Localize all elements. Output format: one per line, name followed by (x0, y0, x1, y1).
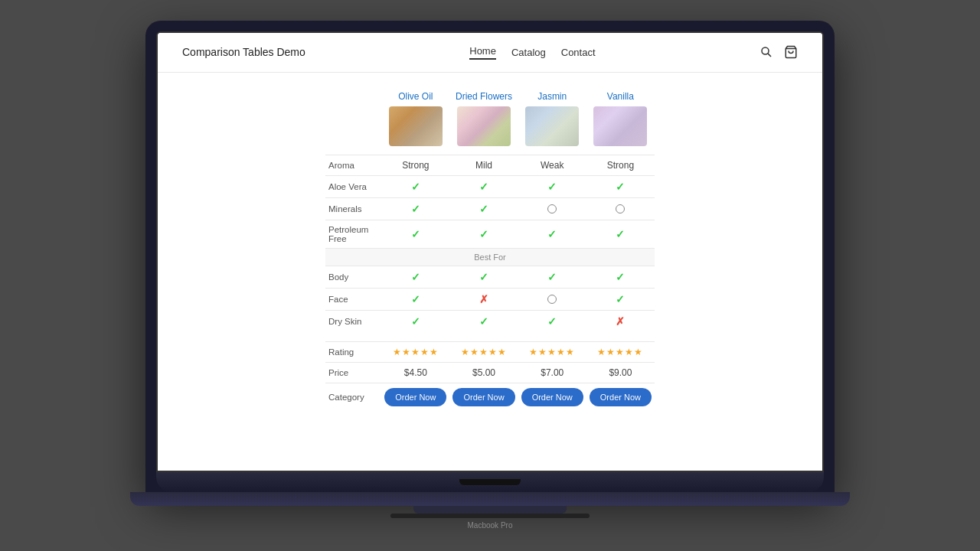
laptop-bottom-bar (156, 472, 824, 492)
check-icon: ✓ (616, 293, 625, 305)
price-3: $7.00 (518, 362, 586, 383)
check-icon: ✓ (479, 228, 488, 240)
minerals-3 (518, 197, 586, 220)
stars-3: ★★★★★ (529, 347, 575, 357)
cross-icon: ✗ (616, 315, 625, 328)
aloe-2: ✓ (449, 175, 518, 197)
row-aroma: Aroma Strong Mild Weak Strong (325, 155, 655, 175)
body-2: ✓ (449, 266, 518, 288)
order-button-4[interactable]: Order Now (590, 388, 652, 406)
product-header-row: Olive Oil Dried Flowers Jasmin Vanilla (325, 91, 655, 106)
face-4: ✓ (586, 288, 655, 310)
product-img-cell-4 (586, 106, 655, 155)
body-1: ✓ (381, 266, 449, 288)
label-category: Category (325, 383, 381, 411)
check-icon: ✓ (479, 315, 488, 328)
aloe-4: ✓ (586, 175, 655, 197)
cart-icon[interactable] (784, 45, 798, 59)
site-title: Comparison Tables Demo (182, 46, 305, 58)
order-button-3[interactable]: Order Now (521, 388, 583, 406)
svg-line-1 (768, 54, 771, 57)
rating-3: ★★★★★ (518, 341, 586, 362)
row-face: Face ✓ ✗ ✓ (325, 288, 655, 310)
rating-1: ★★★★★ (381, 341, 449, 362)
nav-contact[interactable]: Contact (561, 47, 596, 58)
navbar: Comparison Tables Demo Home Catalog Cont… (158, 33, 822, 73)
laptop-notch (459, 479, 521, 485)
order-cell-4: Order Now (586, 383, 655, 411)
order-cell-2: Order Now (449, 383, 518, 411)
stars-4: ★★★★★ (597, 347, 643, 357)
macbook-label: Macbook Pro (468, 518, 513, 531)
empty-img-cell (325, 106, 381, 155)
laptop-screen: Comparison Tables Demo Home Catalog Cont… (156, 31, 824, 472)
dry-4: ✗ (586, 310, 655, 332)
product-name-3: Jasmin (518, 91, 586, 106)
section-label: Best For (325, 248, 655, 266)
label-aroma: Aroma (325, 155, 381, 175)
product-img-jasmin (525, 106, 579, 146)
label-price: Price (325, 362, 381, 383)
aroma-4: Strong (586, 155, 655, 175)
price-4: $9.00 (586, 362, 655, 383)
product-img-cell-3 (518, 106, 586, 155)
row-order: Category Order Now Order Now Order Now (325, 383, 655, 411)
price-2: $5.00 (449, 362, 518, 383)
aroma-3: Weak (518, 155, 586, 175)
minerals-4 (586, 197, 655, 220)
price-1: $4.50 (381, 362, 449, 383)
circle-icon (616, 204, 625, 214)
petroleum-4: ✓ (586, 220, 655, 248)
label-body: Body (325, 266, 381, 288)
comparison-table: Olive Oil Dried Flowers Jasmin Vanilla (325, 91, 655, 411)
aloe-1: ✓ (381, 175, 449, 197)
nav-home[interactable]: Home (469, 45, 496, 60)
circle-icon (547, 295, 557, 304)
body-4: ✓ (586, 266, 655, 288)
face-2: ✗ (449, 288, 518, 310)
face-1: ✓ (381, 288, 449, 310)
label-dry-skin: Dry Skin (325, 310, 381, 332)
row-price: Price $4.50 $5.00 $7.00 $9.00 (325, 362, 655, 383)
petroleum-1: ✓ (381, 220, 449, 248)
nav-catalog[interactable]: Catalog (511, 47, 546, 58)
label-face: Face (325, 288, 381, 310)
product-img-vanilla (593, 106, 647, 146)
check-icon: ✓ (411, 228, 420, 240)
aloe-3: ✓ (518, 175, 586, 197)
order-button-2[interactable]: Order Now (452, 388, 514, 406)
check-icon: ✓ (479, 181, 488, 193)
face-3 (518, 288, 586, 310)
row-minerals: Minerals ✓ ✓ (325, 197, 655, 220)
page-content: Olive Oil Dried Flowers Jasmin Vanilla (158, 73, 822, 471)
check-icon: ✓ (479, 271, 488, 283)
check-icon: ✓ (547, 181, 557, 193)
check-icon: ✓ (411, 203, 420, 215)
row-body: Body ✓ ✓ ✓ ✓ (325, 266, 655, 288)
spacer-cell (325, 332, 655, 342)
search-icon[interactable] (760, 45, 773, 59)
dry-1: ✓ (381, 310, 449, 332)
circle-icon (547, 204, 557, 214)
laptop-frame: Comparison Tables Demo Home Catalog Cont… (145, 21, 835, 492)
product-name-1: Olive Oil (381, 91, 449, 106)
check-icon: ✓ (411, 315, 420, 328)
cross-icon: ✗ (479, 293, 488, 305)
aroma-1: Strong (381, 155, 449, 175)
check-icon: ✓ (547, 271, 557, 283)
label-petroleum: PetroleumFree (325, 220, 381, 248)
order-button-1[interactable]: Order Now (384, 388, 446, 406)
minerals-1: ✓ (381, 197, 449, 220)
check-icon: ✓ (411, 181, 420, 193)
check-icon: ✓ (616, 271, 625, 283)
check-icon: ✓ (616, 228, 625, 240)
minerals-2: ✓ (449, 197, 518, 220)
stars-1: ★★★★★ (393, 347, 439, 357)
check-icon: ✓ (547, 228, 557, 240)
check-icon: ✓ (616, 181, 625, 193)
order-cell-1: Order Now (381, 383, 449, 411)
laptop-base (130, 492, 850, 506)
dry-2: ✓ (449, 310, 518, 332)
label-aloe: Aloe Vera (325, 175, 381, 197)
petroleum-2: ✓ (449, 220, 518, 248)
